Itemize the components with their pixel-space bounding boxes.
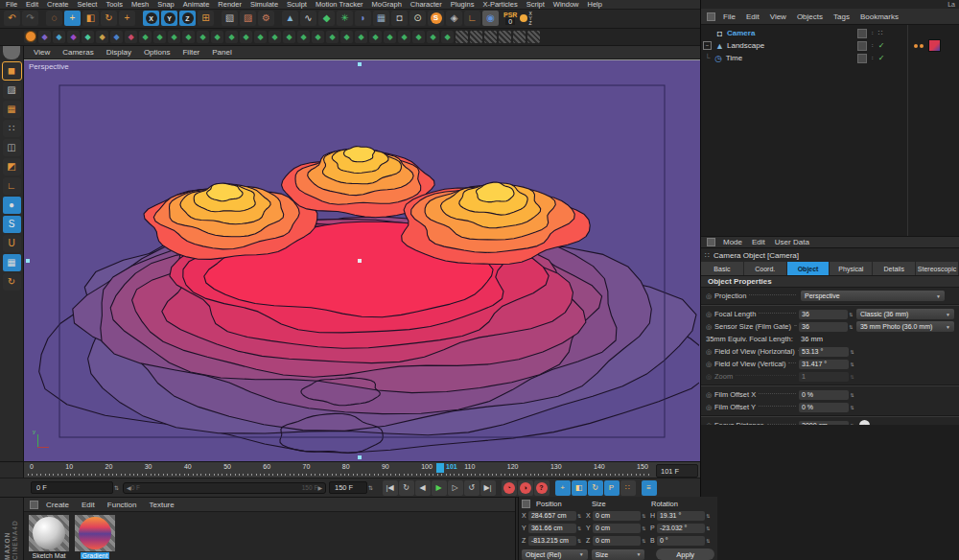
secondary-toolbar-icon[interactable]: ◆ [53, 31, 65, 43]
secondary-toolbar-icon[interactable]: ◆ [82, 31, 94, 43]
light-object-icon[interactable]: ⊙ [409, 11, 426, 26]
om-menu-tags[interactable]: Tags [833, 12, 850, 21]
floor-icon[interactable]: ▦ [373, 11, 389, 26]
apply-button[interactable]: Apply [656, 548, 714, 560]
landscape-primitive-icon[interactable]: ▲ [282, 11, 298, 26]
x-axis-lock-icon[interactable]: X [143, 11, 159, 26]
keyframe-circle-icon[interactable]: ◎ [706, 348, 714, 356]
visibility-dots-icon[interactable]: ∶ [872, 30, 874, 37]
menu-tools[interactable]: Tools [105, 0, 123, 9]
om-menu-edit[interactable]: Edit [746, 12, 760, 21]
attr-field-film-offset-y[interactable]: 0 % [799, 403, 849, 412]
live-selection-icon[interactable]: ◌ [46, 11, 62, 26]
range-end-stepper[interactable]: ⇅ [367, 484, 374, 491]
menu-character[interactable]: Character [410, 0, 442, 9]
attr-field-film-offset-x[interactable]: 0 % [799, 390, 849, 400]
om-menu-bookmarks[interactable]: Bookmarks [860, 12, 899, 21]
attr-field-field-of-view-vertical[interactable]: 31.417 ° [799, 360, 849, 369]
stepper-icon[interactable]: ⇅ [849, 349, 855, 355]
slider-right-arrow-icon[interactable]: ▶ [317, 484, 322, 491]
secondary-toolbar-icon[interactable]: ◆ [125, 31, 137, 43]
subdivision-surface-icon[interactable]: ◆ [318, 11, 335, 26]
size-z-field[interactable]: 0 cm [593, 536, 641, 546]
rot-b-field[interactable]: 0 ° [657, 536, 705, 546]
range-start-field[interactable]: 0 F [31, 481, 113, 494]
stepper-icon[interactable]: ⇅ [849, 405, 855, 410]
secondary-toolbar-icon[interactable]: ◆ [110, 31, 123, 43]
menu-snap[interactable]: Snap [157, 0, 175, 9]
stepper-icon[interactable]: ⇅ [848, 324, 854, 330]
secondary-toolbar-icon[interactable]: ◆ [38, 31, 51, 43]
protection-tag-icon[interactable]: ◈ [446, 11, 462, 26]
y-axis-lock-icon[interactable]: Y [161, 11, 177, 26]
coordinate-system-icon[interactable]: ⊞ [198, 11, 214, 26]
object-name[interactable]: Camera [727, 29, 755, 37]
timeline-ruler[interactable]: 0102030405060708090100110120130140150 10… [24, 462, 654, 478]
stepper-icon[interactable]: ⇅ [706, 525, 712, 531]
secondary-toolbar-icon[interactable]: ◆ [211, 31, 223, 43]
stepper-icon[interactable]: ⇅ [642, 525, 647, 531]
material-tag-icon[interactable] [928, 39, 941, 52]
keyframe-circle-icon[interactable]: ◎ [706, 404, 714, 411]
viewport[interactable]: Perspective y [24, 59, 700, 461]
secondary-toolbar-icon[interactable]: ◆ [197, 31, 209, 43]
menu-animate[interactable]: Animate [183, 0, 210, 9]
secondary-toolbar-icon[interactable] [499, 31, 511, 43]
key-rotation-toggle[interactable]: ↻ [588, 480, 603, 496]
secondary-toolbar-icon[interactable] [527, 31, 540, 43]
attr-menu-user-data[interactable]: User Data [775, 238, 809, 246]
attr-menu-mode[interactable]: Mode [723, 238, 742, 246]
attr-dropdown-sensor-size-film-gate[interactable]: 35 mm Photo (36.0 mm)▼ [856, 321, 954, 332]
size-x-field[interactable]: 0 cm [593, 511, 641, 521]
expand-toggle-icon[interactable]: − [703, 41, 712, 50]
tab-physical[interactable]: Physical [830, 262, 873, 275]
spline-pen-icon[interactable]: ∿ [300, 11, 316, 26]
secondary-toolbar-icon[interactable]: ◆ [269, 31, 281, 43]
snap-icon[interactable]: S [3, 216, 21, 233]
uv-mode-icon[interactable]: ▦ [3, 101, 21, 118]
menu-window[interactable]: Window [553, 0, 579, 9]
phong-tag-icon[interactable] [914, 44, 918, 48]
panel-icon[interactable] [707, 238, 715, 246]
render-view-icon[interactable]: ▧ [222, 11, 238, 26]
redo-icon[interactable]: ↷ [22, 11, 38, 26]
menu-simulate[interactable]: Simulate [250, 0, 278, 9]
keyframe-circle-icon[interactable]: ◎ [706, 311, 714, 318]
layer-toggle-icon[interactable] [857, 29, 867, 38]
key-scale-toggle[interactable]: ◧ [572, 480, 587, 496]
menu-motion-tracker[interactable]: Motion Tracker [316, 0, 363, 9]
rail-corner-icon[interactable] [3, 46, 20, 59]
stepper-icon[interactable]: ⇅ [577, 525, 583, 531]
undo-icon[interactable]: ↶ [4, 11, 20, 26]
secondary-toolbar-icon[interactable]: ◆ [340, 31, 353, 43]
camera-object-icon[interactable]: ◘ [391, 11, 408, 26]
keyframe-circle-icon[interactable]: ◎ [706, 373, 714, 381]
volume-icon[interactable]: ◗ [355, 11, 371, 26]
secondary-toolbar-icon[interactable] [484, 31, 497, 43]
stepper-icon[interactable]: ⇅ [577, 538, 583, 544]
anim-dots-icon[interactable]: ∷ [878, 29, 883, 37]
menu-edit[interactable]: Edit [26, 0, 38, 9]
viewport-menu-display[interactable]: Display [106, 48, 131, 57]
render-settings-icon[interactable]: ⚙ [258, 11, 274, 26]
secondary-toolbar-icon[interactable]: ◆ [96, 31, 108, 43]
current-frame-field[interactable]: 101 F [656, 464, 698, 478]
play-loop-button[interactable]: ↻ [399, 480, 414, 496]
xyz-lock-widget[interactable]: X Y Z [520, 12, 531, 26]
secondary-toolbar-icon[interactable]: ◆ [384, 31, 396, 43]
secondary-toolbar-icon[interactable]: ◆ [398, 31, 410, 43]
axis-mode-icon[interactable]: ∟ [3, 177, 21, 195]
autokeying-button[interactable]: ◑ [518, 480, 533, 496]
secondary-toolbar-icon[interactable] [24, 31, 36, 43]
layout-label[interactable]: La [947, 1, 955, 8]
keyframe-circle-icon[interactable]: ◎ [706, 391, 714, 399]
om-menu-view[interactable]: View [770, 12, 786, 21]
coord-mode-dropdown[interactable]: Object (Rel)▼ [522, 549, 588, 560]
play-reverse-button[interactable]: ↺ [464, 480, 480, 496]
last-tool-icon[interactable]: + [119, 11, 135, 26]
camera-handle-bottom[interactable] [358, 455, 362, 459]
menu-select[interactable]: Select [78, 0, 98, 9]
object-row-camera[interactable]: ◘Camera∶∷ [701, 27, 959, 39]
menu-mograph[interactable]: MoGraph [372, 0, 402, 9]
object-name[interactable]: Time [726, 54, 742, 62]
